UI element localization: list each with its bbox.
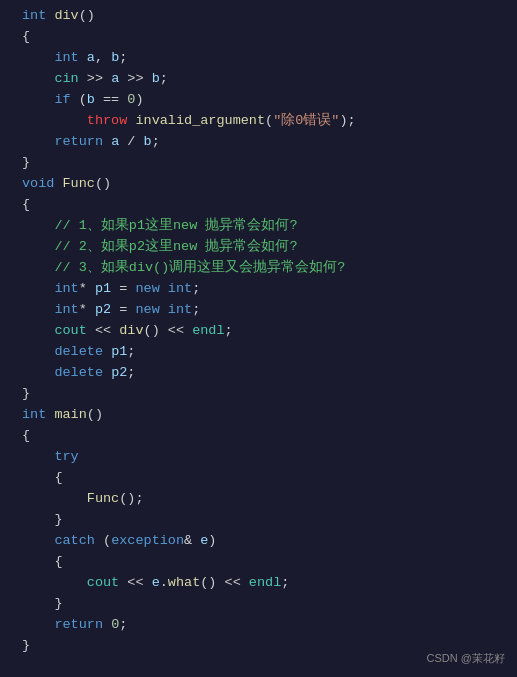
code-line: catch (exception& e) <box>0 531 517 552</box>
token-kw-white: { <box>22 470 63 485</box>
token-kw-white: & <box>184 533 200 548</box>
token-kw-white <box>22 344 54 359</box>
token-kw-cyan: cin <box>54 71 78 86</box>
line-content: int main() <box>22 405 509 426</box>
code-line: cout << div() << endl; <box>0 321 517 342</box>
line-content: } <box>22 153 509 174</box>
token-kw-yellow: invalid_argument <box>135 113 265 128</box>
code-line: return 0; <box>0 615 517 636</box>
token-kw-white: } <box>22 638 30 653</box>
token-kw-white: ( <box>265 113 273 128</box>
line-content: delete p2; <box>22 363 509 384</box>
code-line: delete p1; <box>0 342 517 363</box>
watermark: CSDN @茉花籽 <box>427 650 505 667</box>
token-kw-comment: // 1、如果p1这里new 抛异常会如何? <box>54 218 297 233</box>
code-line: } <box>0 594 517 615</box>
token-kw-white <box>22 449 54 464</box>
token-kw-yellow: div <box>54 8 78 23</box>
token-kw-white: >> <box>79 71 111 86</box>
line-content: return 0; <box>22 615 509 636</box>
token-kw-white <box>22 134 54 149</box>
token-kw-white: = <box>111 281 135 296</box>
token-kw-white: ; <box>225 323 233 338</box>
token-kw-white <box>103 617 111 632</box>
token-kw-var: p1 <box>111 344 127 359</box>
token-kw-white: { <box>22 197 30 212</box>
line-content: { <box>22 552 509 573</box>
token-kw-var: b <box>87 92 95 107</box>
token-kw-white <box>22 260 54 275</box>
line-content: return a / b; <box>22 132 509 153</box>
token-kw-white: = <box>111 302 135 317</box>
code-line: } <box>0 384 517 405</box>
token-kw-blue: catch <box>54 533 95 548</box>
code-line: int* p2 = new int; <box>0 300 517 321</box>
code-line: if (b == 0) <box>0 90 517 111</box>
token-kw-white: { <box>22 428 30 443</box>
token-kw-white <box>22 218 54 233</box>
code-line: { <box>0 195 517 216</box>
token-kw-white: * <box>79 281 95 296</box>
token-kw-white: << <box>119 575 151 590</box>
line-content: { <box>22 27 509 48</box>
token-kw-white: () <box>79 8 95 23</box>
token-kw-blue: try <box>54 449 78 464</box>
token-kw-blue: return <box>54 617 103 632</box>
token-kw-white: >> <box>119 71 151 86</box>
token-kw-blue: int <box>168 281 192 296</box>
token-kw-white: ( <box>95 533 111 548</box>
token-kw-string: "除0错误" <box>273 113 339 128</box>
token-kw-var: a <box>87 50 95 65</box>
token-kw-white <box>22 92 54 107</box>
line-content: // 3、如果div()调用这里又会抛异常会如何? <box>22 258 509 279</box>
token-kw-white: () << <box>200 575 249 590</box>
code-line: { <box>0 468 517 489</box>
token-kw-comment: // 2、如果p2这里new 抛异常会如何? <box>54 239 297 254</box>
line-content: void Func() <box>22 174 509 195</box>
token-kw-white: ; <box>192 302 200 317</box>
token-kw-yellow: main <box>54 407 86 422</box>
line-content: int* p2 = new int; <box>22 300 509 321</box>
token-kw-white: } <box>22 155 30 170</box>
token-kw-comment: // 3、如果div()调用这里又会抛异常会如何? <box>54 260 345 275</box>
line-content: } <box>22 384 509 405</box>
token-kw-var: p2 <box>111 365 127 380</box>
token-kw-cyan: cout <box>87 575 119 590</box>
token-kw-white <box>103 344 111 359</box>
code-line: cout << e.what() << endl; <box>0 573 517 594</box>
line-content: try <box>22 447 509 468</box>
token-kw-white <box>22 575 87 590</box>
token-kw-white <box>22 50 54 65</box>
token-kw-white: ; <box>127 344 135 359</box>
token-kw-white: ; <box>119 617 127 632</box>
token-kw-yellow: div <box>119 323 143 338</box>
line-content: int a, b; <box>22 48 509 69</box>
code-line: try <box>0 447 517 468</box>
code-line: return a / b; <box>0 132 517 153</box>
token-kw-white <box>22 113 87 128</box>
token-kw-white: . <box>160 575 168 590</box>
token-kw-white <box>22 281 54 296</box>
token-kw-var: b <box>144 134 152 149</box>
code-line: } <box>0 153 517 174</box>
token-kw-white <box>103 365 111 380</box>
code-line: throw invalid_argument("除0错误"); <box>0 111 517 132</box>
token-kw-white: ( <box>71 92 87 107</box>
token-kw-blue: delete <box>54 344 103 359</box>
token-kw-blue: if <box>54 92 70 107</box>
line-content: int div() <box>22 6 509 27</box>
token-kw-white: ) <box>135 92 143 107</box>
token-kw-white: () <box>95 176 111 191</box>
token-kw-white <box>22 239 54 254</box>
token-kw-blue: int <box>22 8 46 23</box>
line-content: { <box>22 195 509 216</box>
line-content: int* p1 = new int; <box>22 279 509 300</box>
code-line: int main() <box>0 405 517 426</box>
token-kw-white <box>160 281 168 296</box>
token-kw-var: p1 <box>95 281 111 296</box>
token-kw-var: b <box>152 71 160 86</box>
token-kw-white <box>160 302 168 317</box>
code-line: int* p1 = new int; <box>0 279 517 300</box>
line-content: catch (exception& e) <box>22 531 509 552</box>
token-kw-white <box>22 491 87 506</box>
